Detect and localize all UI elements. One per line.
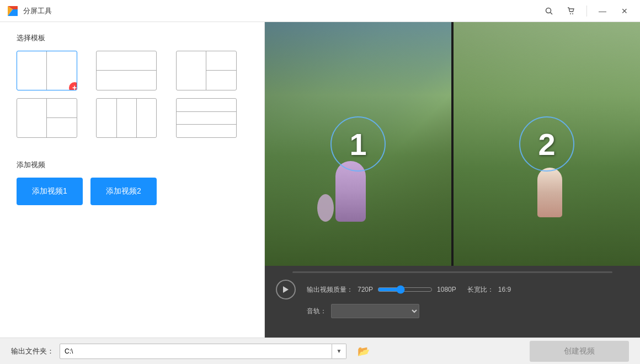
control-bar: 输出视频质量： 720P 1080P 长宽比： 16:9 音轨： [265, 266, 640, 338]
app-title: 分屏工具 [23, 6, 540, 16]
quality-slider[interactable] [377, 285, 433, 294]
search-button[interactable] [540, 2, 558, 20]
svg-point-5 [570, 13, 571, 14]
aspect-ratio-group: 长宽比： 16:9 [467, 285, 511, 295]
minimize-button[interactable]: — [594, 2, 611, 20]
tpl4-left [17, 99, 47, 137]
template-item-3[interactable] [176, 51, 237, 90]
templates-grid: + [17, 51, 248, 138]
figure-2 [537, 168, 562, 217]
aspect-ratio-label: 长宽比： [467, 285, 494, 295]
audio-row: 音轨： [307, 304, 629, 318]
svg-point-3 [546, 8, 551, 13]
close-button[interactable]: ✕ [616, 2, 633, 20]
slot-2-number: 2 [519, 116, 574, 172]
progress-bar-bg[interactable] [292, 271, 612, 273]
svg-marker-7 [283, 286, 289, 293]
tpl3-right [206, 51, 236, 90]
output-path-input[interactable] [60, 344, 332, 359]
template-item-5[interactable] [96, 98, 157, 138]
slot-1-number: 1 [330, 116, 386, 172]
tpl5-col3 [137, 99, 156, 137]
svg-point-6 [572, 13, 573, 14]
output-folder-label: 输出文件夹： [11, 346, 54, 356]
video-area: 1 2 [265, 22, 640, 266]
tpl6-row1 [177, 99, 236, 112]
balloon-1 [317, 194, 334, 222]
output-path-wrap: ▼ [60, 344, 346, 359]
quality-720p: 720P [358, 286, 373, 293]
quality-group: 输出视频质量： 720P 1080P [307, 285, 456, 295]
tpl2-bottom [97, 71, 156, 90]
tpl1-left [17, 51, 47, 90]
progress-row [276, 271, 629, 273]
tpl2-top [97, 51, 156, 71]
tpl3-left [177, 51, 206, 90]
aspect-ratio-value: 16:9 [498, 286, 511, 293]
main-content: 选择模板 + [0, 22, 640, 338]
controls-row: 输出视频质量： 720P 1080P 长宽比： 16:9 [276, 280, 629, 299]
add-video-section: 添加视频 添加视频1 添加视频2 [17, 160, 248, 205]
template-section-label: 选择模板 [17, 33, 248, 43]
left-panel: 选择模板 + [0, 22, 265, 338]
tpl6-row2 [177, 112, 236, 125]
add-video-2-button[interactable]: 添加视频2 [90, 178, 157, 205]
titlebar: 分屏工具 — ✕ [0, 0, 640, 22]
tpl3-right-bottom [206, 71, 236, 90]
tpl6-row3 [177, 125, 236, 137]
template-item-2[interactable] [96, 51, 157, 90]
video-slot-2[interactable]: 2 [454, 22, 640, 266]
play-button[interactable] [276, 280, 296, 299]
tpl4-right-bottom [47, 118, 77, 137]
right-panel: 1 2 [265, 22, 640, 338]
quality-1080p: 1080P [437, 286, 456, 293]
tpl5-col1 [97, 99, 116, 137]
cart-button[interactable] [562, 2, 580, 20]
folder-open-button[interactable]: 📂 [355, 344, 372, 359]
audio-track-label: 音轨： [307, 307, 327, 316]
titlebar-divider [586, 6, 587, 17]
app-logo [7, 5, 19, 17]
template-item-4[interactable] [17, 98, 77, 138]
add-video-label: 添加视频 [17, 160, 248, 170]
window-controls: — ✕ [540, 2, 633, 20]
tpl4-right-top [47, 99, 77, 118]
template-badge: + [69, 82, 77, 90]
bottom-bar: 输出文件夹： ▼ 📂 创建视频 [0, 338, 640, 364]
audio-track-select[interactable] [331, 304, 419, 318]
create-video-button[interactable]: 创建视频 [530, 341, 629, 362]
template-item-6[interactable] [176, 98, 237, 138]
tpl4-right [47, 99, 77, 137]
template-item-1[interactable]: + [17, 51, 77, 90]
tpl5-col2 [117, 99, 137, 137]
quality-label: 输出视频质量： [307, 285, 353, 295]
dropdown-arrow[interactable]: ▼ [332, 344, 346, 359]
add-buttons: 添加视频1 添加视频2 [17, 178, 248, 205]
tpl3-right-top [206, 51, 236, 71]
svg-line-4 [551, 12, 553, 14]
video-slot-1[interactable]: 1 [265, 22, 451, 266]
add-video-1-button[interactable]: 添加视频1 [17, 178, 83, 205]
folder-icon: 📂 [358, 345, 370, 357]
